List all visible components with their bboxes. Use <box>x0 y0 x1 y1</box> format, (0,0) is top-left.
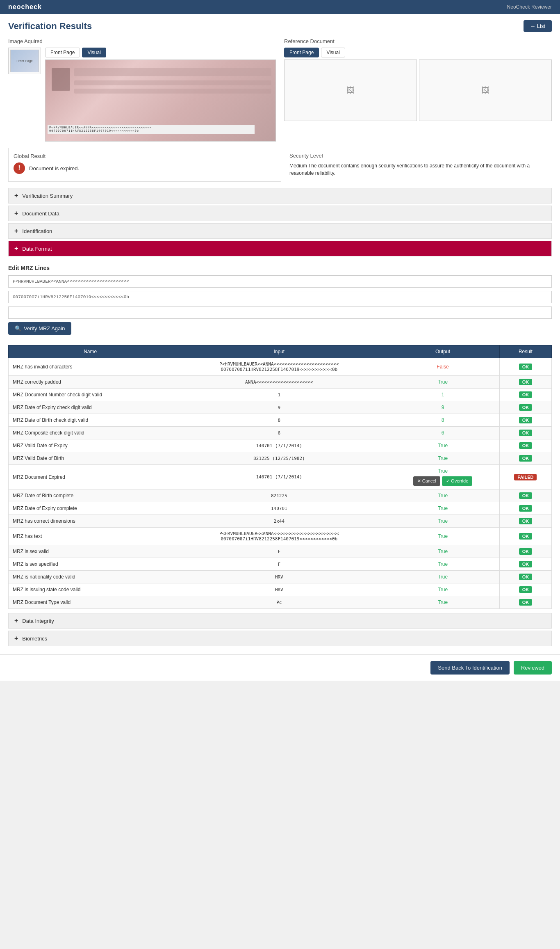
cell-output: True <box>386 502 500 515</box>
mrz-line2-input[interactable] <box>8 291 552 303</box>
cell-input: 8 <box>172 414 386 427</box>
cell-output: True <box>386 583 500 596</box>
result-badge: OK <box>519 430 533 436</box>
cell-result: OK <box>499 439 551 452</box>
cell-output: True <box>386 558 500 571</box>
tab-front-page[interactable]: Front Page <box>45 48 80 57</box>
edit-mrz-section: Edit MRZ Lines 🔍 Verify MRZ Again <box>8 258 552 345</box>
cell-result: OK <box>499 558 551 571</box>
accordion-header-document-data[interactable]: + Document Data <box>9 206 551 221</box>
table-row: MRZ is issuing state code validHRVTrueOK <box>9 583 552 596</box>
tab-visual[interactable]: Visual <box>82 48 106 57</box>
result-badge: OK <box>519 586 533 593</box>
alert-icon: ! <box>14 162 25 174</box>
table-row: MRZ Date of Expiry check digit valid99OK <box>9 401 552 414</box>
table-row: MRZ Date of Expiry complete140701TrueOK <box>9 502 552 515</box>
ref-tab-front-page[interactable]: Front Page <box>284 48 319 57</box>
cell-output: True <box>386 528 500 545</box>
output-value: True <box>438 599 448 605</box>
security-level-box: Security Level Medium The document conta… <box>289 148 552 182</box>
cell-input: HRV <box>172 583 386 596</box>
ref-front-page-placeholder: 🖼 <box>346 86 355 95</box>
cell-name: MRZ Date of Birth complete <box>9 489 172 502</box>
table-row: MRZ Document Expired140701 (7/1/2014)Tru… <box>9 465 552 489</box>
cell-result: OK <box>499 545 551 558</box>
cell-input: HRV <box>172 571 386 583</box>
bottom-accordions: + Data Integrity + Biometrics <box>8 613 552 646</box>
cell-result: OK <box>499 389 551 401</box>
send-back-button[interactable]: Send Back To Identification <box>430 661 510 675</box>
ref-tab-visual[interactable]: Visual <box>321 48 345 57</box>
cell-input: P<HRVMUHLBAUER<<ANNA<<<<<<<<<<<<<<<<<<<<… <box>172 528 386 545</box>
cell-name: MRZ Document Expired <box>9 465 172 489</box>
front-page-thumbnail[interactable]: Front Page <box>8 48 41 74</box>
cell-input: 140701 (7/1/2014) <box>172 465 386 489</box>
accordion-data-integrity: + Data Integrity <box>8 613 552 629</box>
accordion-document-data: + Document Data <box>8 206 552 221</box>
verify-mrz-button[interactable]: 🔍 Verify MRZ Again <box>8 322 71 335</box>
col-header-input: Input <box>172 345 386 358</box>
accordion-data-format: + Data Format <box>8 241 552 256</box>
cell-name: MRZ correctly padded <box>9 376 172 389</box>
cancel-button[interactable]: ✕ Cancel <box>413 476 440 486</box>
table-row: MRZ Composite check digit valid66OK <box>9 427 552 439</box>
result-security-row: Global Result ! Document is expired. Sec… <box>8 148 552 182</box>
accordion-header-data-format[interactable]: + Data Format <box>9 241 551 256</box>
table-row: MRZ Valid Date of Expiry140701 (7/1/2014… <box>9 439 552 452</box>
accordion-label-verification-summary: Verification Summary <box>22 193 73 199</box>
output-value: 8 <box>442 417 444 423</box>
cell-result: OK <box>499 583 551 596</box>
cell-result: OK <box>499 571 551 583</box>
override-button[interactable]: ✓ Override <box>442 476 472 486</box>
cell-input: F <box>172 558 386 571</box>
cell-input: 9 <box>172 401 386 414</box>
cell-name: MRZ Valid Date of Birth <box>9 452 172 465</box>
accordion-label-identification: Identification <box>22 228 52 234</box>
accordion-header-identification[interactable]: + Identification <box>9 224 551 238</box>
front-page-thumb[interactable]: Front Page <box>8 48 41 74</box>
reference-document-panel: Reference Document Front Page Visual 🖼 🖼 <box>284 38 552 142</box>
page-title: Verification Results <box>8 21 92 32</box>
cell-output: True <box>386 376 500 389</box>
reviewed-button[interactable]: Reviewed <box>514 661 552 675</box>
image-tabs: Front Page Visual <box>45 48 276 57</box>
cell-name: MRZ is sex specified <box>9 558 172 571</box>
output-value: True <box>438 443 448 448</box>
result-badge: OK <box>519 574 533 580</box>
cell-output: True <box>386 545 500 558</box>
cell-result: OK <box>499 358 551 376</box>
col-header-result: Result <box>499 345 551 358</box>
output-value: True <box>438 574 448 580</box>
accordion-plus-icon-3: + <box>14 228 18 234</box>
cell-result: FAILED <box>499 465 551 489</box>
accordion-header-biometrics[interactable]: + Biometrics <box>9 631 551 646</box>
images-section: Image Aquired Front Page Front Page Visu… <box>8 38 552 142</box>
list-button[interactable]: ← List <box>524 20 552 32</box>
mrz-line1-input[interactable] <box>8 275 552 288</box>
accordion-label-document-data: Document Data <box>22 210 59 217</box>
cell-result: OK <box>499 528 551 545</box>
accordion-header-verification-summary[interactable]: + Verification Summary <box>9 188 551 203</box>
col-header-name: Name <box>9 345 172 358</box>
result-badge: OK <box>519 391 533 398</box>
result-badge: OK <box>519 455 533 462</box>
accordion-label-data-format: Data Format <box>22 246 52 252</box>
accordion-label-data-integrity: Data Integrity <box>22 618 54 624</box>
output-value: 6 <box>442 430 444 436</box>
cell-name: MRZ is sex valid <box>9 545 172 558</box>
accordion-plus-icon-5: + <box>14 617 18 624</box>
table-row: MRZ Date of Birth check digit valid88OK <box>9 414 552 427</box>
table-row: MRZ Date of Birth complete821225TrueOK <box>9 489 552 502</box>
cell-output: True <box>386 452 500 465</box>
cell-name: MRZ Document Type valid <box>9 596 172 609</box>
accordion-verification-summary: + Verification Summary <box>8 188 552 204</box>
mrz-line3-input[interactable] <box>8 306 552 319</box>
accordion-header-data-integrity[interactable]: + Data Integrity <box>9 613 551 628</box>
result-badge: OK <box>519 505 533 512</box>
security-level-text: Medium The document contains enough secu… <box>289 162 552 177</box>
output-value: False <box>437 364 448 370</box>
cell-result: OK <box>499 502 551 515</box>
cell-name: MRZ Date of Expiry complete <box>9 502 172 515</box>
image-acquired-label: Image Aquired <box>8 38 276 44</box>
mrz-strip: P<HRVMUHLBAUER<<ANNA<<<<<<<<<<<<<<<<<<<<… <box>48 125 255 134</box>
